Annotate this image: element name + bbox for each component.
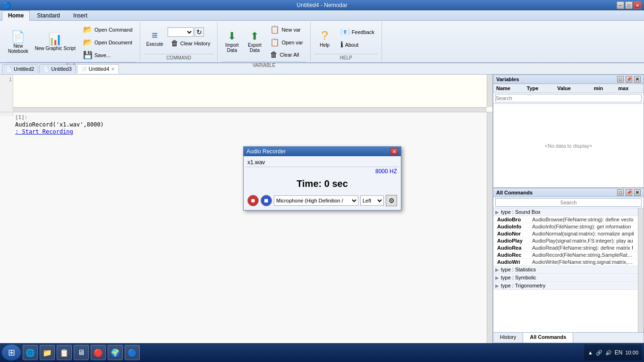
commands-scrollbar[interactable] <box>638 208 644 332</box>
execute-button[interactable]: ≡ Execute <box>144 29 166 48</box>
record-button[interactable]: ⏺ <box>247 195 259 206</box>
open-var-icon: 📋 <box>270 38 280 47</box>
channel-select[interactable]: LeftRightBoth <box>360 195 384 206</box>
close-button[interactable]: ✕ <box>634 1 641 9</box>
audio-settings-button[interactable]: ⚙ <box>386 195 397 206</box>
execute-icon: ≡ <box>152 30 158 41</box>
clear-all-button[interactable]: 🗑 Clear All <box>267 49 306 60</box>
execute-label: Execute <box>146 42 163 47</box>
commands-list: ▶ type : Sound Box AudioBro AudioBrowse(… <box>493 208 644 332</box>
new-var-button[interactable]: 📋 New var <box>267 24 306 35</box>
cmd-audioread[interactable]: AudioRea AudioRead(FileName:string): def… <box>493 244 638 252</box>
code-line-1: AudioRecord('x1.wav',8000) <box>15 121 491 128</box>
editor-scrollbar-horizontal-upper[interactable] <box>13 107 487 112</box>
about-icon: ℹ <box>340 40 343 49</box>
category-statistics[interactable]: ▶ type : Statistics <box>493 266 638 274</box>
title-bar: 🔵 Untitled4 - Nemodar ─ □ ✕ <box>0 0 644 10</box>
line-number-1: 1 <box>9 76 12 82</box>
cmd-audiobrowse-short: AudioBro <box>497 217 530 222</box>
minimize-button[interactable]: ─ <box>617 1 624 9</box>
variables-search-input[interactable] <box>495 94 642 102</box>
category-sound-box[interactable]: ▶ type : Sound Box <box>493 208 638 216</box>
variables-close-button[interactable]: ✕ <box>634 76 641 83</box>
category-trigonometry[interactable]: ▶ type : Trigonometry <box>493 282 638 290</box>
commands-pin-button[interactable]: 📌 <box>626 189 632 196</box>
cmd-audioinfo[interactable]: AudioInfo AudioInfo(FileName:string): ge… <box>493 223 638 230</box>
commands-restore-button[interactable]: □ <box>617 189 624 196</box>
refresh-button[interactable]: ↻ <box>195 27 204 37</box>
feedback-button[interactable]: 📧 Feedback <box>337 26 378 38</box>
tab-insert[interactable]: Insert <box>67 10 93 20</box>
taskbar-clock[interactable]: 10:00 <box>625 349 638 356</box>
new-graphic-script-button[interactable]: 📊 New Graphic Script <box>33 32 78 52</box>
cmd-audionormal[interactable]: AudioNor AudioNormal(signal:matrix): nor… <box>493 230 638 237</box>
cmd-audionormal-long: AudioNormal(signal:matrix): normalize am… <box>532 231 634 236</box>
start-button[interactable]: ⊞ <box>2 345 21 361</box>
time-display: 10:00 <box>625 349 638 356</box>
cmd-audiorecord[interactable]: AudioRec AudioRecord(FileName:string,Sam… <box>493 252 638 259</box>
all-commands-panel-controls: □ 📌 ✕ <box>617 189 641 196</box>
start-recording-link[interactable]: : Start Recording <box>15 128 491 135</box>
import-data-button[interactable]: ⬇ ImportData <box>221 30 242 54</box>
taskbar-app4-button[interactable]: 🌍 <box>108 345 123 360</box>
stop-button[interactable]: ⏹ <box>261 195 272 206</box>
language-indicator[interactable]: EN <box>615 349 623 356</box>
taskbar-app3-button[interactable]: 🔴 <box>91 345 106 360</box>
trigonometry-arrow: ▶ <box>495 283 499 288</box>
tab-standard[interactable]: Standard <box>31 10 66 20</box>
open-document-button[interactable]: 📂 Open Document <box>80 36 136 48</box>
ribbon-group-help: ? Help 📧 Feedback ℹ About HELP <box>311 22 382 61</box>
commands-search-input[interactable] <box>495 198 642 207</box>
tab-home[interactable]: Home <box>2 10 30 21</box>
tab-close-untitled4[interactable]: ✕ <box>111 67 115 72</box>
doc-tab-untitled3[interactable]: 📄 Untitled3 <box>39 64 76 73</box>
panel-tab-all-commands[interactable]: All Commands <box>523 333 573 343</box>
restore-button[interactable]: □ <box>625 1 633 9</box>
panel-tab-history[interactable]: History <box>493 333 523 343</box>
doc-tab-untitled2[interactable]: 📄 Untitled2 <box>2 64 38 73</box>
taskbar-app1-button[interactable]: 📋 <box>57 345 72 360</box>
editor-upper[interactable]: 1 <box>0 75 492 112</box>
help-group-label: HELP <box>314 54 378 60</box>
microphone-select[interactable]: Microphone (High Definition / <box>274 195 358 206</box>
tray-arrow[interactable]: ▲ <box>588 350 593 355</box>
new-graphic-script-icon: 📊 <box>48 34 62 45</box>
editor-scrollbar-vertical-upper[interactable] <box>487 75 492 107</box>
about-button[interactable]: ℹ About <box>337 39 378 51</box>
export-data-button[interactable]: ⬆ ExportData <box>244 30 265 54</box>
help-button[interactable]: ? Help <box>314 28 335 49</box>
category-symbolic[interactable]: ▶ type : Symbolic <box>493 274 638 282</box>
commands-close-button[interactable]: ✕ <box>634 189 641 196</box>
tray-volume-icon[interactable]: 🔊 <box>605 350 612 356</box>
output-label: [1]: <box>15 114 491 120</box>
cmd-audiobrowse[interactable]: AudioBro AudioBrowse(FileName:string): d… <box>493 216 638 223</box>
new-notebook-button[interactable]: 📄 NewNotebook <box>6 30 31 55</box>
editor-scrollbar-vertical-lower[interactable] <box>487 112 492 343</box>
dialog-close-button[interactable]: ✕ <box>390 148 398 155</box>
taskbar-folder-button[interactable]: 📁 <box>40 345 55 360</box>
cmd-audioplay[interactable]: AudioPlay AudioPlay(signal:matrix,FS:int… <box>493 237 638 244</box>
save-label: Save... <box>94 52 110 58</box>
doc-tab-untitled4[interactable]: 📄 Untitled4 ✕ <box>77 64 119 74</box>
help-col-right: 📧 Feedback ℹ About <box>337 26 378 51</box>
open-command-button[interactable]: 📂 Open Command <box>80 24 136 35</box>
open-var-button[interactable]: 📋 Open var <box>267 36 306 48</box>
new-notebook-label: NewNotebook <box>8 43 28 54</box>
cmd-audioread-short: AudioRea <box>497 245 530 251</box>
taskbar: ⊞ 🌐 📁 📋 🖥 🔴 🌍 🔵 ▲ 🔗 🔊 EN 10:00 <box>0 343 644 362</box>
help-icon: ? <box>321 29 328 42</box>
about-label: About <box>345 42 359 48</box>
taskbar-app2-button[interactable]: 🖥 <box>74 345 89 360</box>
variables-pin-button[interactable]: 📌 <box>626 76 632 83</box>
taskbar-app5-button[interactable]: 🔵 <box>125 345 140 360</box>
dialog-title-bar: Audio Recorder ✕ <box>244 147 401 156</box>
command-select[interactable] <box>168 27 194 37</box>
taskbar-ie-button[interactable]: 🌐 <box>23 345 38 360</box>
cmd-audiowrite[interactable]: AudioWri AudioWrite(FileName:string,sign… <box>493 259 638 266</box>
variables-restore-button[interactable]: □ <box>617 76 624 83</box>
export-data-icon: ⬆ <box>250 31 259 42</box>
save-button[interactable]: 💾 Save... <box>80 49 136 61</box>
clear-history-button[interactable]: 🗑 Clear History <box>168 38 214 49</box>
variable-group-label: VARIABLE <box>221 61 306 68</box>
variables-search-row <box>493 93 644 104</box>
